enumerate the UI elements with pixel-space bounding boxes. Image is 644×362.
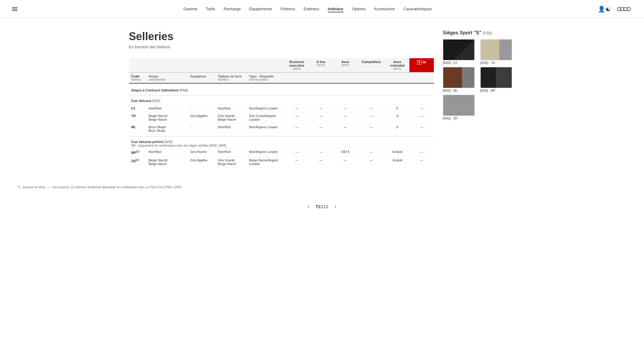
- cell-code: FZ: [129, 105, 146, 112]
- cell-surp: Gris Agathe: [188, 156, 216, 167]
- nav-exterieur[interactable]: Extérieur: [304, 7, 319, 11]
- cell-tableau: Gris Granit/Beige Nacré: [215, 112, 246, 123]
- cell-code: ML: [129, 123, 146, 135]
- cell-fin1: —: [285, 105, 309, 112]
- nav-tarifs[interactable]: Tarifs: [206, 7, 215, 11]
- cell-fin6: —: [409, 148, 434, 157]
- nav-options[interactable]: Options: [352, 7, 366, 11]
- th-tapis-label: Tapis - Moquette /ciel de pavillon: [247, 72, 285, 83]
- cell-fin1: —: [285, 156, 309, 167]
- cell-surp: -: [188, 105, 216, 112]
- nav-interieur[interactable]: Intérieur: [328, 7, 344, 12]
- nav-equipements[interactable]: Équipements: [249, 7, 272, 11]
- cell-fin6: —: [409, 156, 434, 167]
- sub-note-valcona-perf: NB : uniquement en combinaison avec les …: [131, 144, 226, 147]
- svg-point-1: [620, 7, 624, 11]
- nav-recharge[interactable]: Recharge: [224, 7, 241, 11]
- th-fin2: S line [WCE]: [309, 58, 333, 72]
- divider-row: [129, 93, 434, 97]
- cell-surp: Gris Agathe: [188, 112, 216, 123]
- svg-point-3: [627, 7, 630, 11]
- table-row: FZ Noir/Noir - Noir/Noir Noir/Argent Lun…: [129, 105, 434, 112]
- svg-point-0: [617, 7, 620, 11]
- cell-fin6: —: [409, 105, 434, 112]
- svg-point-2: [624, 7, 627, 11]
- cell-fin6: —: [409, 123, 434, 135]
- th-fin6: S S6: [409, 58, 434, 72]
- person-icon: 👤☯: [598, 5, 611, 13]
- cell-assise: Beige Nacré/Beige Nacré: [146, 112, 188, 123]
- cell-tableau: Noir/Noir: [215, 105, 246, 112]
- cell-fin6: —: [409, 112, 434, 123]
- sub-code-valcona: [NSD]: [152, 99, 160, 103]
- swatch-label-nsd-ml: [NSD] - ML: [443, 89, 478, 92]
- swatch-n0q-mp: [N0Q] - MP: [480, 67, 515, 92]
- nav-right: 👤☯: [598, 5, 632, 14]
- nav-gamme[interactable]: Gamme: [184, 7, 197, 11]
- cell-fin5: S: [385, 123, 409, 135]
- cell-tapis: Beige Nacré/Argent Lunaire: [247, 156, 285, 167]
- cell-fin4: —: [357, 105, 385, 112]
- th-fin3: Avus [WCF]: [333, 58, 357, 72]
- th-surp: [188, 58, 216, 72]
- th-tableau: [215, 58, 246, 72]
- finition-header-row: Business executive [WEH] S line [WCE] Av…: [129, 58, 434, 72]
- swatch-label-n0q-zr: [N0Q] - ZR: [443, 117, 478, 120]
- cell-fin4: —: [357, 112, 385, 123]
- cell-fin3: —: [333, 105, 357, 112]
- th-surp-label: Surpiqûres: [188, 72, 216, 83]
- cell-fin2: —: [309, 123, 333, 135]
- cell-fin1: —: [285, 123, 309, 135]
- content-area: Selleries En fonction des finitions Busi…: [129, 30, 515, 167]
- cell-tapis: Noir/Argent Lunaire: [247, 148, 285, 157]
- swatch-label-nsd-fz: [NSD] - FZ: [443, 61, 478, 65]
- cell-tapis: Noir/Argent Lunaire: [247, 105, 285, 112]
- th-empty-cols: [285, 72, 434, 83]
- swatch-nsd-yd: [NSD] - YD: [480, 39, 515, 65]
- nav-finitions[interactable]: Finitions: [280, 7, 295, 11]
- cell-fin5: Gratuit: [385, 156, 409, 167]
- swatch-label-nsd-yd: [NSD] - YD: [480, 61, 515, 65]
- cell-fin3: —: [333, 123, 357, 135]
- cell-tableau: Gris Granit/Beige Nacré: [215, 156, 246, 167]
- divider-row2: [129, 134, 434, 138]
- swatch-img-nsd-ml: [443, 67, 475, 88]
- cell-surp: Gris Roche: [188, 148, 216, 157]
- pagination-next[interactable]: ›: [335, 204, 336, 209]
- side-panel: Sièges Sport "S" [PS8] [NSD] - FZ [NSD] …: [443, 30, 515, 167]
- section-code: [PS8]: [180, 88, 188, 92]
- swatch-img-n0q-zr: [443, 95, 475, 116]
- cell-tableau: Noir/Noir: [215, 123, 246, 135]
- navigation: Gamme Tarifs Recharge Équipements Finiti…: [0, 0, 644, 18]
- th-fin5: Avus extended [WAF]: [385, 58, 409, 72]
- pagination: ‹ 71/112 ›: [0, 195, 644, 218]
- cell-fin5: Gratuit: [385, 148, 409, 157]
- menu-icon[interactable]: [12, 7, 18, 11]
- swatch-img-nsd-fz: [443, 39, 475, 60]
- cell-fin4: —: [357, 148, 385, 157]
- cell-fin5: S: [385, 105, 409, 112]
- cell-assise: Brun Okapi/Brun Okapi: [146, 123, 188, 135]
- swatch-label-n0q-mp: [N0Q] - MP: [480, 89, 515, 92]
- sub-code-valcona-perf: [N0Q]: [165, 140, 172, 144]
- cell-assise: Beige Nacré/Beige Nacré: [146, 156, 188, 167]
- pagination-prev[interactable]: ‹: [308, 204, 309, 209]
- cell-assise: Noir/Noir: [146, 105, 188, 112]
- nav-accessoires[interactable]: Accessoires: [374, 7, 395, 11]
- cell-code: MP(1): [129, 148, 146, 157]
- cell-fin3: —: [333, 156, 357, 167]
- pagination-current: 71/112: [316, 204, 328, 209]
- sub-title-valcona: Cuir Valcona: [131, 99, 152, 103]
- cell-surp: -: [188, 123, 216, 135]
- swatch-img-n0q-mp: [480, 67, 512, 88]
- th-tapis: [247, 58, 285, 72]
- cell-fin1: —: [285, 112, 309, 123]
- cell-code: YD: [129, 112, 146, 123]
- nav-caracteristiques[interactable]: Caractéristiques: [403, 7, 432, 11]
- footer-note: S : proposé en série, — : non proposé. (…: [0, 179, 644, 195]
- cell-fin2: —: [309, 112, 333, 123]
- sub-header-valcona-perf: Cuir Valcona perforé [N0Q] NB : uniqueme…: [129, 138, 434, 148]
- audi-logo: [617, 5, 632, 14]
- cell-tapis: Noir/Argent Lunaire: [247, 123, 285, 135]
- section-title: Sièges à Contours Individuels: [131, 88, 179, 92]
